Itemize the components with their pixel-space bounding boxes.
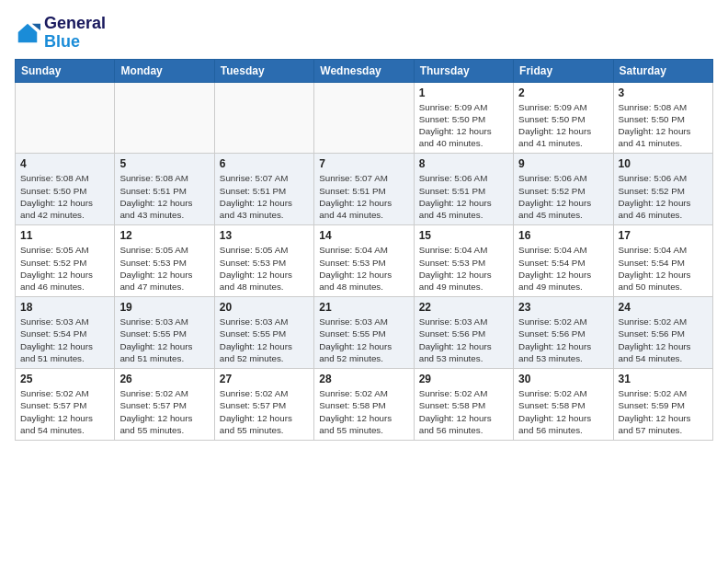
calendar-cell: 24Sunrise: 5:02 AM Sunset: 5:56 PM Dayli…: [613, 297, 712, 369]
day-info: Sunrise: 5:06 AM Sunset: 5:51 PM Dayligh…: [419, 172, 508, 221]
calendar-cell: 30Sunrise: 5:02 AM Sunset: 5:58 PM Dayli…: [514, 369, 613, 441]
calendar-cell: 16Sunrise: 5:04 AM Sunset: 5:54 PM Dayli…: [514, 225, 613, 297]
day-info: Sunrise: 5:02 AM Sunset: 5:56 PM Dayligh…: [619, 316, 708, 364]
day-number: 22: [419, 301, 508, 314]
week-row-1: 1Sunrise: 5:09 AM Sunset: 5:50 PM Daylig…: [16, 82, 713, 154]
day-number: 2: [518, 86, 608, 99]
day-number: 12: [119, 229, 209, 242]
day-number: 21: [319, 301, 408, 314]
day-number: 25: [20, 373, 109, 385]
day-number: 7: [319, 157, 408, 170]
day-number: 10: [619, 157, 708, 170]
calendar-cell: 6Sunrise: 5:07 AM Sunset: 5:51 PM Daylig…: [214, 154, 313, 225]
calendar-cell: [214, 82, 313, 154]
weekday-header-friday: Friday: [514, 59, 613, 82]
day-info: Sunrise: 5:02 AM Sunset: 5:58 PM Dayligh…: [319, 387, 408, 436]
day-info: Sunrise: 5:09 AM Sunset: 5:50 PM Dayligh…: [518, 101, 608, 150]
week-row-4: 18Sunrise: 5:03 AM Sunset: 5:54 PM Dayli…: [16, 297, 713, 369]
calendar-cell: 1Sunrise: 5:09 AM Sunset: 5:50 PM Daylig…: [414, 82, 513, 154]
day-number: 9: [518, 157, 608, 170]
weekday-header-sunday: Sunday: [16, 59, 115, 82]
day-number: 29: [419, 373, 508, 385]
day-info: Sunrise: 5:04 AM Sunset: 5:54 PM Dayligh…: [619, 244, 708, 293]
day-number: 13: [220, 229, 309, 242]
calendar-cell: 10Sunrise: 5:06 AM Sunset: 5:52 PM Dayli…: [613, 154, 712, 225]
day-info: Sunrise: 5:02 AM Sunset: 5:56 PM Dayligh…: [518, 316, 608, 364]
calendar-cell: 7Sunrise: 5:07 AM Sunset: 5:51 PM Daylig…: [314, 154, 414, 225]
logo-general: General: [44, 15, 106, 33]
weekday-header-saturday: Saturday: [613, 59, 712, 82]
day-info: Sunrise: 5:06 AM Sunset: 5:52 PM Dayligh…: [518, 172, 608, 221]
calendar-table: SundayMondayTuesdayWednesdayThursdayFrid…: [15, 59, 713, 441]
weekday-header-row: SundayMondayTuesdayWednesdayThursdayFrid…: [16, 59, 713, 82]
svg-marker-0: [18, 24, 38, 43]
day-info: Sunrise: 5:04 AM Sunset: 5:53 PM Dayligh…: [319, 244, 408, 293]
day-number: 17: [619, 229, 708, 242]
weekday-header-wednesday: Wednesday: [314, 59, 414, 82]
calendar-cell: [314, 82, 414, 154]
calendar-cell: 18Sunrise: 5:03 AM Sunset: 5:54 PM Dayli…: [16, 297, 115, 369]
week-row-2: 4Sunrise: 5:08 AM Sunset: 5:50 PM Daylig…: [16, 154, 713, 225]
day-info: Sunrise: 5:04 AM Sunset: 5:53 PM Dayligh…: [419, 244, 508, 293]
day-number: 14: [319, 229, 408, 242]
calendar-cell: 17Sunrise: 5:04 AM Sunset: 5:54 PM Dayli…: [613, 225, 712, 297]
logo: General Blue: [15, 15, 106, 52]
day-number: 1: [419, 86, 508, 99]
calendar-cell: 5Sunrise: 5:08 AM Sunset: 5:51 PM Daylig…: [115, 154, 214, 225]
day-info: Sunrise: 5:05 AM Sunset: 5:53 PM Dayligh…: [220, 244, 309, 293]
day-info: Sunrise: 5:03 AM Sunset: 5:55 PM Dayligh…: [220, 316, 309, 364]
day-info: Sunrise: 5:08 AM Sunset: 5:50 PM Dayligh…: [20, 172, 109, 221]
day-number: 15: [419, 229, 508, 242]
day-info: Sunrise: 5:02 AM Sunset: 5:57 PM Dayligh…: [119, 387, 209, 436]
calendar-cell: 22Sunrise: 5:03 AM Sunset: 5:56 PM Dayli…: [414, 297, 513, 369]
logo-blue: Blue: [44, 33, 106, 52]
day-info: Sunrise: 5:02 AM Sunset: 5:58 PM Dayligh…: [518, 387, 608, 436]
calendar-cell: 25Sunrise: 5:02 AM Sunset: 5:57 PM Dayli…: [16, 369, 115, 441]
day-info: Sunrise: 5:02 AM Sunset: 5:57 PM Dayligh…: [20, 387, 109, 436]
calendar-cell: 14Sunrise: 5:04 AM Sunset: 5:53 PM Dayli…: [314, 225, 414, 297]
day-number: 5: [119, 157, 209, 170]
day-info: Sunrise: 5:03 AM Sunset: 5:54 PM Dayligh…: [20, 316, 109, 364]
day-info: Sunrise: 5:03 AM Sunset: 5:55 PM Dayligh…: [319, 316, 408, 364]
day-number: 30: [518, 373, 608, 385]
calendar-cell: 28Sunrise: 5:02 AM Sunset: 5:58 PM Dayli…: [314, 369, 414, 441]
day-number: 20: [220, 301, 309, 314]
day-info: Sunrise: 5:04 AM Sunset: 5:54 PM Dayligh…: [518, 244, 608, 293]
day-info: Sunrise: 5:05 AM Sunset: 5:53 PM Dayligh…: [119, 244, 209, 293]
day-info: Sunrise: 5:05 AM Sunset: 5:52 PM Dayligh…: [20, 244, 109, 293]
calendar-cell: 11Sunrise: 5:05 AM Sunset: 5:52 PM Dayli…: [16, 225, 115, 297]
calendar-cell: 29Sunrise: 5:02 AM Sunset: 5:58 PM Dayli…: [414, 369, 513, 441]
logo-icon: [15, 20, 40, 46]
calendar-body: 1Sunrise: 5:09 AM Sunset: 5:50 PM Daylig…: [16, 82, 713, 440]
day-number: 18: [20, 301, 109, 314]
weekday-header-monday: Monday: [115, 59, 214, 82]
day-number: 27: [220, 373, 309, 385]
day-info: Sunrise: 5:02 AM Sunset: 5:57 PM Dayligh…: [220, 387, 309, 436]
day-number: 23: [518, 301, 608, 314]
calendar-cell: 26Sunrise: 5:02 AM Sunset: 5:57 PM Dayli…: [115, 369, 214, 441]
day-number: 16: [518, 229, 608, 242]
calendar-cell: 21Sunrise: 5:03 AM Sunset: 5:55 PM Dayli…: [314, 297, 414, 369]
calendar-cell: 13Sunrise: 5:05 AM Sunset: 5:53 PM Dayli…: [214, 225, 313, 297]
day-number: 6: [220, 157, 309, 170]
calendar-cell: 19Sunrise: 5:03 AM Sunset: 5:55 PM Dayli…: [115, 297, 214, 369]
calendar-cell: 3Sunrise: 5:08 AM Sunset: 5:50 PM Daylig…: [613, 82, 712, 154]
calendar-cell: 9Sunrise: 5:06 AM Sunset: 5:52 PM Daylig…: [514, 154, 613, 225]
day-info: Sunrise: 5:07 AM Sunset: 5:51 PM Dayligh…: [220, 172, 309, 221]
calendar-cell: 15Sunrise: 5:04 AM Sunset: 5:53 PM Dayli…: [414, 225, 513, 297]
calendar-cell: [115, 82, 214, 154]
weekday-header-tuesday: Tuesday: [214, 59, 313, 82]
calendar-cell: 2Sunrise: 5:09 AM Sunset: 5:50 PM Daylig…: [514, 82, 613, 154]
calendar-cell: 8Sunrise: 5:06 AM Sunset: 5:51 PM Daylig…: [414, 154, 513, 225]
day-number: 31: [619, 373, 708, 385]
calendar-cell: 23Sunrise: 5:02 AM Sunset: 5:56 PM Dayli…: [514, 297, 613, 369]
day-info: Sunrise: 5:02 AM Sunset: 5:58 PM Dayligh…: [419, 387, 508, 436]
day-info: Sunrise: 5:06 AM Sunset: 5:52 PM Dayligh…: [619, 172, 708, 221]
calendar-cell: 31Sunrise: 5:02 AM Sunset: 5:59 PM Dayli…: [613, 369, 712, 441]
day-number: 3: [619, 86, 708, 99]
calendar-cell: 12Sunrise: 5:05 AM Sunset: 5:53 PM Dayli…: [115, 225, 214, 297]
day-info: Sunrise: 5:09 AM Sunset: 5:50 PM Dayligh…: [419, 101, 508, 150]
day-number: 4: [20, 157, 109, 170]
day-info: Sunrise: 5:08 AM Sunset: 5:50 PM Dayligh…: [619, 101, 708, 150]
calendar-cell: [16, 82, 115, 154]
